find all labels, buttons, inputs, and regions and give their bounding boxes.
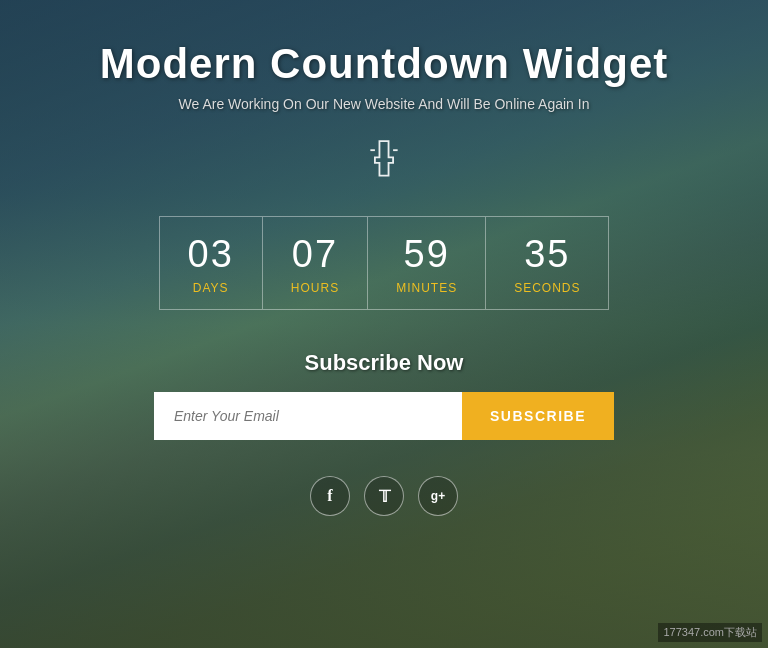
- main-content: Modern Countdown Widget We Are Working O…: [0, 0, 768, 648]
- seconds-label: Seconds: [514, 281, 580, 295]
- countdown-timer: 03 Days 07 Hours 59 Minutes 35 Seconds: [159, 216, 610, 310]
- minutes-value: 59: [404, 235, 450, 273]
- twitter-icon: 𝕋: [379, 487, 390, 506]
- subscribe-button[interactable]: SUBSCRIBE: [462, 392, 614, 440]
- subscribe-heading: Subscribe Now: [305, 350, 464, 376]
- watermark: 177347.com下载站: [658, 623, 762, 642]
- countdown-days: 03 Days: [160, 217, 263, 309]
- days-value: 03: [188, 235, 234, 273]
- countdown-seconds: 35 Seconds: [486, 217, 608, 309]
- googleplus-link[interactable]: g+: [418, 476, 458, 516]
- days-label: Days: [193, 281, 229, 295]
- page-subtitle: We Are Working On Our New Website And Wi…: [179, 96, 590, 112]
- hours-value: 07: [292, 235, 338, 273]
- page-title: Modern Countdown Widget: [100, 40, 669, 88]
- email-input[interactable]: [154, 392, 462, 440]
- subscribe-form: SUBSCRIBE: [154, 392, 614, 440]
- seconds-value: 35: [524, 235, 570, 273]
- hours-label: Hours: [291, 281, 339, 295]
- facebook-link[interactable]: f: [310, 476, 350, 516]
- googleplus-icon: g+: [431, 489, 445, 503]
- countdown-minutes: 59 Minutes: [368, 217, 486, 309]
- minutes-label: Minutes: [396, 281, 457, 295]
- twitter-link[interactable]: 𝕋: [364, 476, 404, 516]
- tool-icon: [359, 132, 409, 191]
- facebook-icon: f: [327, 487, 332, 505]
- countdown-hours: 07 Hours: [263, 217, 368, 309]
- social-links: f 𝕋 g+: [310, 476, 458, 516]
